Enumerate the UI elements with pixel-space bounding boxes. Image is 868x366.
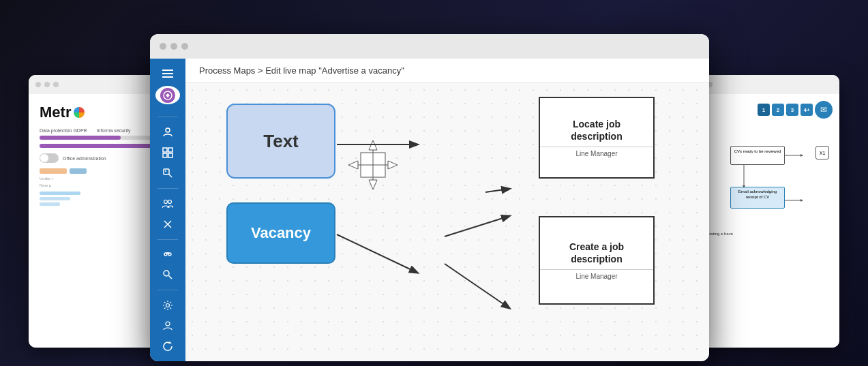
sidebar-divider-2 — [158, 188, 178, 189]
header-dot-1 — [35, 82, 41, 87]
svg-line-26 — [445, 216, 509, 237]
move-arrows — [346, 138, 400, 192]
toggle-knob[interactable] — [40, 153, 59, 163]
sidebar-refresh[interactable] — [157, 338, 179, 354]
page-btn-2[interactable]: 2 — [772, 104, 784, 116]
chart-label-1: Data protection GDPR — [40, 128, 87, 133]
svg-line-22 — [169, 276, 173, 279]
create-shape-sublabel: Line Manager — [540, 269, 653, 280]
main-card: Process Maps > Edit live map "Advertise … — [150, 34, 709, 361]
sidebar-cross[interactable] — [157, 216, 179, 232]
svg-point-15 — [164, 200, 168, 203]
svg-rect-11 — [168, 153, 173, 157]
sidebar-divider-1 — [158, 117, 178, 117]
canvas-area[interactable]: Text — [185, 83, 709, 361]
grid-icon — [162, 147, 173, 158]
svg-rect-19 — [164, 253, 167, 256]
svg-rect-4 — [162, 73, 173, 74]
vacancy-shape-label: Vacancy — [251, 224, 311, 242]
sidebar-settings[interactable] — [157, 297, 179, 314]
pagination-row: 1 2 3 4+ ✉ — [689, 101, 833, 119]
chart-label-2: Informa security — [97, 128, 131, 133]
tag-icon — [162, 168, 173, 179]
svg-rect-20 — [168, 253, 171, 256]
refresh-icon — [162, 341, 173, 352]
people-icon — [162, 198, 173, 209]
svg-point-23 — [166, 304, 170, 307]
page-btn-3[interactable]: 3 — [786, 104, 798, 116]
metro-logo-circle — [74, 107, 85, 118]
sidebar-divider-3 — [158, 239, 178, 240]
svg-point-13 — [165, 170, 166, 172]
sidebar-people[interactable] — [157, 196, 179, 212]
svg-rect-12 — [164, 169, 169, 174]
bottom-bar-2 — [40, 197, 70, 200]
svg-line-37 — [337, 234, 417, 273]
svg-rect-3 — [162, 70, 173, 71]
link-icon — [162, 249, 173, 260]
main-card-content: Process Maps > Edit live map "Advertise … — [150, 59, 709, 361]
svg-rect-9 — [168, 148, 173, 152]
main-card-header — [150, 34, 709, 59]
bottom-bar-3 — [40, 202, 60, 206]
settings-icon — [162, 300, 173, 311]
svg-point-21 — [164, 271, 169, 276]
email-icon[interactable]: ✉ — [815, 101, 833, 119]
locate-shape-sublabel: Line Manager — [540, 147, 653, 157]
bar-blue — [70, 168, 87, 174]
sidebar-hamburger[interactable] — [157, 65, 179, 82]
cross-icon — [163, 219, 173, 229]
right-flow: CVs ready to be reviewed X1 Email acknow… — [689, 125, 833, 344]
toggle-label: Office administration — [63, 156, 106, 161]
locate-shape-label: Locate jobdescription — [571, 118, 622, 142]
search-icon — [162, 269, 173, 280]
process-maps-icon — [163, 91, 173, 100]
bottom-bar-1 — [40, 192, 80, 195]
svg-line-28 — [485, 189, 509, 192]
svg-point-24 — [166, 322, 170, 326]
sidebar-link[interactable] — [157, 246, 179, 262]
arrow-cross-svg — [346, 138, 400, 192]
bar-orange — [40, 168, 67, 174]
main-header-dot-3 — [181, 43, 188, 50]
sidebar-grid[interactable] — [157, 144, 179, 161]
svg-point-16 — [168, 200, 172, 203]
create-shape[interactable]: Create a jobdescription Line Manager — [539, 216, 655, 305]
svg-line-27 — [445, 264, 509, 308]
page-btn-1[interactable]: 1 — [758, 104, 770, 116]
breadcrumb: Process Maps > Edit live map "Advertise … — [185, 59, 709, 83]
text-shape-label: Text — [263, 131, 299, 152]
sidebar-app-icon[interactable] — [155, 86, 180, 104]
locate-shape[interactable]: Locate jobdescription Line Manager — [539, 97, 655, 179]
sidebar-tag[interactable] — [157, 165, 179, 181]
main-header-dot-2 — [170, 43, 177, 50]
chart-bar-fill-1 — [40, 136, 121, 140]
sidebar-user[interactable] — [157, 124, 179, 140]
user-icon — [162, 127, 173, 138]
breadcrumb-text: Process Maps > Edit live map "Advertise … — [199, 65, 404, 76]
text-shape[interactable]: Text — [226, 104, 335, 179]
svg-marker-32 — [388, 161, 398, 169]
create-shape-label: Create a jobdescription — [569, 241, 624, 265]
sidebar-person[interactable] — [157, 318, 179, 334]
svg-rect-8 — [163, 148, 167, 152]
hamburger-icon — [162, 70, 173, 78]
svg-marker-30 — [369, 180, 377, 189]
metro-logo-text: Metr — [40, 104, 71, 121]
main-header-dot-1 — [160, 43, 166, 50]
sidebar — [150, 59, 185, 361]
header-dot-2 — [44, 82, 50, 87]
app-icon-inner — [160, 88, 175, 103]
main-area: Process Maps > Edit live map "Advertise … — [185, 59, 709, 361]
svg-marker-29 — [369, 140, 377, 150]
sidebar-search[interactable] — [157, 266, 179, 283]
svg-rect-10 — [163, 153, 167, 157]
chart-bar-fill-2 — [40, 144, 154, 148]
svg-marker-31 — [348, 161, 358, 169]
page-btn-4[interactable]: 4+ — [800, 104, 813, 116]
vacancy-shape[interactable]: Vacancy — [226, 202, 335, 264]
person-icon — [162, 320, 173, 331]
header-dot-3 — [53, 82, 59, 87]
svg-rect-5 — [162, 76, 173, 78]
svg-point-7 — [166, 128, 170, 132]
